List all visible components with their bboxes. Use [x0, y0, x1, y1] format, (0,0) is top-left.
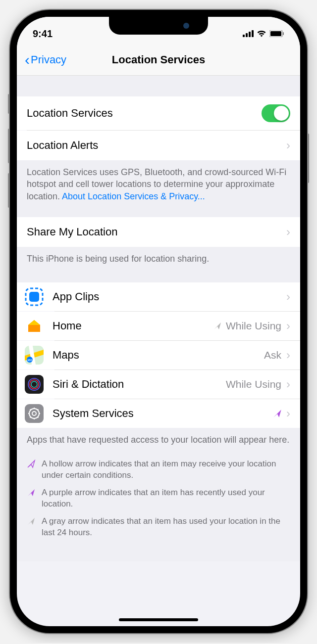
location-description-footer: Location Services uses GPS, Bluetooth, a… [17, 160, 300, 208]
battery-icon [269, 30, 284, 37]
svg-rect-8 [29, 292, 39, 302]
legend-row-gray: A gray arrow indicates that an item has … [17, 513, 300, 542]
legend-text: A purple arrow indicates that an item ha… [42, 487, 290, 510]
app-row-system-services[interactable]: System Services › [17, 399, 300, 428]
svg-rect-2 [249, 32, 251, 37]
app-row-maps[interactable]: 380 Maps Ask › [17, 341, 300, 369]
app-label: System Services [53, 407, 272, 420]
system-services-icon [25, 404, 44, 423]
phone-frame: 9:41 ‹ Privacy Location Services Locatio… [10, 10, 307, 633]
content-area[interactable]: Location Services Location Alerts › Loca… [17, 76, 300, 561]
home-indicator[interactable] [119, 618, 198, 621]
status-icons [243, 30, 284, 37]
legend-row-hollow: A hollow arrow indicates that an item ma… [17, 456, 300, 484]
location-arrow-hollow-icon [27, 459, 42, 481]
app-clips-icon [25, 287, 44, 306]
maps-icon: 380 [25, 346, 44, 365]
location-services-label: Location Services [27, 107, 262, 120]
location-arrow-gray-icon [213, 322, 222, 330]
app-row-app-clips[interactable]: App Clips › [17, 282, 300, 311]
phone-screen: 9:41 ‹ Privacy Location Services Locatio… [17, 17, 300, 626]
share-my-location-label: Share My Location [27, 226, 286, 238]
chevron-right-icon: › [286, 348, 290, 362]
legend-row-purple: A purple arrow indicates that an item ha… [17, 484, 300, 513]
svg-rect-3 [252, 30, 254, 37]
chevron-right-icon: › [286, 319, 290, 333]
cellular-icon [243, 30, 254, 37]
notch [109, 17, 208, 35]
app-label: App Clips [53, 290, 286, 303]
share-description-footer: This iPhone is being used for location s… [17, 247, 300, 271]
chevron-right-icon: › [286, 290, 290, 304]
app-value: While Using [226, 378, 281, 390]
location-arrow-purple-icon [272, 409, 282, 418]
svg-point-14 [31, 381, 37, 387]
app-label: Maps [53, 349, 264, 362]
svg-line-23 [30, 417, 31, 418]
location-alerts-row[interactable]: Location Alerts › [17, 131, 300, 160]
app-value: Ask [264, 349, 281, 361]
navigation-bar: ‹ Privacy Location Services [17, 45, 300, 76]
chevron-left-icon: ‹ [25, 51, 30, 68]
svg-line-24 [38, 410, 39, 411]
app-value: While Using [226, 320, 281, 332]
svg-rect-5 [270, 31, 281, 36]
location-alerts-label: Location Alerts [27, 139, 286, 152]
chevron-right-icon: › [286, 138, 290, 152]
chevron-right-icon: › [286, 407, 290, 420]
page-title: Location Services [112, 53, 205, 66]
location-arrow-purple-icon [27, 487, 42, 510]
chevron-right-icon: › [286, 225, 290, 239]
svg-point-16 [32, 412, 36, 415]
chevron-right-icon: › [286, 377, 290, 391]
location-arrow-gray-icon [27, 516, 42, 539]
siri-icon [25, 375, 44, 394]
svg-line-22 [38, 417, 39, 418]
app-row-siri[interactable]: Siri & Dictation While Using › [17, 370, 300, 399]
wifi-icon [257, 30, 266, 37]
svg-line-21 [30, 410, 31, 411]
legend-text: A gray arrow indicates that an item has … [42, 516, 290, 539]
share-my-location-row[interactable]: Share My Location › [17, 217, 300, 247]
about-location-link[interactable]: About Location Services & Privacy... [62, 191, 205, 201]
location-services-toggle[interactable] [262, 104, 290, 122]
status-time: 9:41 [33, 28, 53, 40]
location-services-row: Location Services [17, 96, 300, 130]
home-icon [25, 317, 44, 335]
back-label: Privacy [31, 53, 66, 66]
back-button[interactable]: ‹ Privacy [25, 51, 66, 68]
app-label: Siri & Dictation [53, 378, 226, 391]
apps-description-footer: Apps that have requested access to your … [17, 428, 300, 452]
app-label: Home [53, 320, 213, 332]
app-row-home[interactable]: Home While Using › [17, 312, 300, 340]
svg-rect-1 [246, 33, 248, 37]
svg-rect-6 [283, 32, 284, 35]
svg-rect-0 [243, 35, 245, 37]
svg-text:380: 380 [27, 359, 33, 362]
legend-text: A hollow arrow indicates that an item ma… [42, 459, 290, 481]
